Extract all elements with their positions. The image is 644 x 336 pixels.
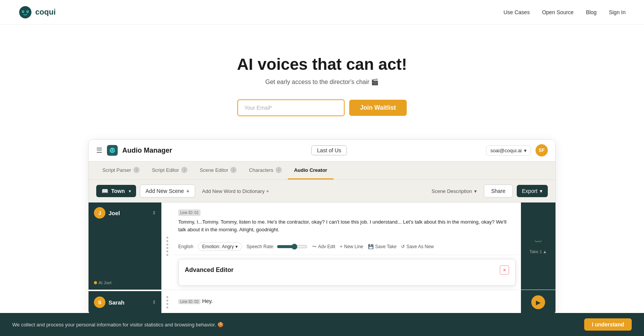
navbar: coqui Use Cases Open Source Blog Sign In bbox=[0, 0, 644, 25]
dot-2 bbox=[166, 240, 168, 242]
nav-open-source[interactable]: Open Source bbox=[542, 9, 574, 15]
nav-use-cases[interactable]: Use Cases bbox=[503, 9, 529, 15]
export-label: Export bbox=[522, 188, 537, 194]
audio-manager-demo: ☰ Audio Manager Last of Us soai@coqui.ai… bbox=[88, 139, 556, 315]
tab-audio-creator[interactable]: Audio Creator bbox=[288, 162, 334, 180]
tab-audio-creator-label: Audio Creator bbox=[294, 167, 327, 173]
dot-1 bbox=[166, 237, 168, 239]
hamburger-icon[interactable]: ☰ bbox=[96, 146, 102, 155]
waveform-icon-btn: 〜 bbox=[312, 244, 317, 250]
tab-info-icon-2: i bbox=[181, 167, 187, 173]
demo-wrapper: ☰ Audio Manager Last of Us soai@coqui.ai… bbox=[0, 139, 644, 331]
logo-icon bbox=[18, 5, 32, 19]
am-content: J Joel ⇕ AI Joel bbox=[89, 203, 555, 315]
tab-script-parser-label: Script Parser bbox=[102, 167, 131, 173]
adv-editor-title: Advanced Editor bbox=[185, 267, 233, 273]
svg-point-0 bbox=[19, 6, 31, 18]
cookie-text: We collect and process your personal inf… bbox=[12, 322, 223, 328]
take-up-icon: ▲ bbox=[543, 249, 547, 254]
user-dropdown[interactable]: soai@coqui.ai ▾ bbox=[486, 145, 531, 156]
scene-town-button[interactable]: 📖 Town ▾ bbox=[96, 185, 136, 197]
am-tabs: Script Parser i Script Editor i Scene Ed… bbox=[89, 161, 555, 180]
user-email: soai@coqui.ai bbox=[490, 148, 522, 153]
adv-edit-button[interactable]: 〜 Adv Edit bbox=[312, 244, 335, 250]
adv-editor-header: Advanced Editor × bbox=[185, 265, 509, 275]
am-title: Audio Manager bbox=[122, 147, 172, 155]
add-word-button[interactable]: Add New Word to Dictionary + bbox=[199, 186, 272, 196]
user-avatar: SF bbox=[536, 144, 548, 156]
save-take-icon: 💾 bbox=[368, 244, 374, 249]
dot-4 bbox=[166, 247, 168, 249]
tab-info-icon-3: i bbox=[230, 167, 237, 173]
sarah-dropdown-icon[interactable]: ⇕ bbox=[152, 300, 156, 305]
speech-rate-slider[interactable] bbox=[277, 244, 307, 250]
tab-script-editor[interactable]: Script Editor i bbox=[146, 161, 194, 180]
adv-editor-close-button[interactable]: × bbox=[500, 265, 509, 275]
adv-edit-label: Adv Edit bbox=[318, 244, 335, 249]
nav-sign-in[interactable]: Sign In bbox=[609, 9, 626, 15]
tab-script-parser[interactable]: Script Parser i bbox=[96, 161, 146, 180]
dot-6 bbox=[166, 254, 168, 256]
join-waitlist-button[interactable]: Join Waitlist bbox=[349, 100, 407, 116]
save-new-icon: ↺ bbox=[401, 244, 405, 249]
table-row: J Joel ⇕ AI Joel bbox=[89, 203, 555, 290]
chevron-down-scene-icon: ▾ bbox=[474, 188, 477, 194]
sarah-playback-panel: ▶ bbox=[521, 290, 555, 315]
cookie-bar: We collect and process your personal inf… bbox=[0, 313, 644, 331]
play-button[interactable]: ▶ bbox=[531, 295, 545, 309]
logo[interactable]: coqui bbox=[18, 5, 56, 19]
add-scene-label: Add New Scene bbox=[146, 188, 184, 194]
tab-scene-editor-label: Scene Editor bbox=[200, 167, 228, 173]
speech-rate-label: Speech Rate: bbox=[246, 244, 274, 249]
hero-section: AI voices that can act! Get early access… bbox=[0, 25, 644, 139]
am-header-right: soai@coqui.ai ▾ SF bbox=[486, 144, 548, 156]
nav-blog[interactable]: Blog bbox=[586, 9, 596, 15]
joel-dropdown-icon[interactable]: ⇕ bbox=[152, 210, 156, 216]
joel-avatar: J bbox=[94, 207, 105, 219]
table-row: S Sarah ⇕ Line ID: 02 Hey. ▶ bbox=[89, 290, 555, 315]
plus-icon: + bbox=[186, 188, 189, 194]
share-button[interactable]: Share bbox=[484, 184, 513, 198]
save-take-button[interactable]: 💾 Save Take bbox=[368, 244, 397, 249]
take-label: Take 1 ▲ bbox=[529, 249, 547, 254]
svg-point-5 bbox=[110, 148, 115, 153]
book-icon: 📖 bbox=[102, 188, 108, 194]
speech-rate-control: Speech Rate: bbox=[246, 244, 307, 250]
logo-text: coqui bbox=[35, 8, 56, 16]
svg-point-7 bbox=[113, 150, 114, 151]
joel-dialogue: Tommy, I...Tommy. Tommy, listen to me. H… bbox=[178, 218, 516, 233]
add-word-label: Add New Word to Dictionary bbox=[202, 188, 264, 194]
joel-controls: English Emotion: Angry ▾ Speech Rate: 〜 bbox=[173, 239, 521, 255]
emotion-selector[interactable]: Emotion: Angry ▾ bbox=[198, 242, 242, 251]
hero-title: AI voices that can act! bbox=[237, 55, 407, 74]
s-dot-1 bbox=[166, 296, 168, 298]
tab-scene-editor[interactable]: Scene Editor i bbox=[194, 161, 243, 180]
sarah-dialogue: Line ID: 02 Hey. bbox=[173, 293, 218, 312]
sarah-character-panel: S Sarah ⇕ bbox=[89, 291, 161, 313]
s-dot-3 bbox=[166, 303, 168, 305]
new-line-button[interactable]: + New Line bbox=[340, 244, 363, 249]
tab-info-icon-4: i bbox=[276, 167, 282, 173]
svg-point-3 bbox=[23, 10, 24, 12]
plus-icon-2: + bbox=[266, 188, 269, 194]
tab-characters[interactable]: Characters i bbox=[243, 161, 288, 180]
tab-script-editor-label: Script Editor bbox=[152, 167, 179, 173]
export-arrow-icon: ▾ bbox=[540, 188, 542, 194]
waveform-icon: 〰 bbox=[535, 238, 542, 246]
drag-handle[interactable] bbox=[161, 203, 173, 290]
scene-description-button[interactable]: Scene Description ▾ bbox=[429, 186, 480, 196]
scene-town-label: Town bbox=[111, 188, 125, 194]
save-as-new-button[interactable]: ↺ Save As New bbox=[401, 244, 434, 249]
sarah-drag-handle[interactable] bbox=[161, 293, 173, 311]
save-take-label: Save Take bbox=[375, 244, 397, 249]
am-toolbar: 📖 Town ▾ Add New Scene + Add New Word to… bbox=[89, 180, 555, 203]
export-button[interactable]: Export ▾ bbox=[517, 185, 548, 197]
email-input[interactable] bbox=[237, 99, 345, 116]
joel-name: Joel bbox=[108, 210, 120, 216]
joel-character-panel: J Joel ⇕ AI Joel bbox=[89, 203, 161, 290]
language-label: English bbox=[178, 244, 193, 249]
cookie-accept-button[interactable]: I understand bbox=[584, 318, 632, 331]
hero-subtitle: Get early access to the director's chair… bbox=[265, 78, 379, 86]
add-scene-button[interactable]: Add New Scene + bbox=[140, 184, 196, 198]
project-badge[interactable]: Last of Us bbox=[311, 145, 347, 155]
